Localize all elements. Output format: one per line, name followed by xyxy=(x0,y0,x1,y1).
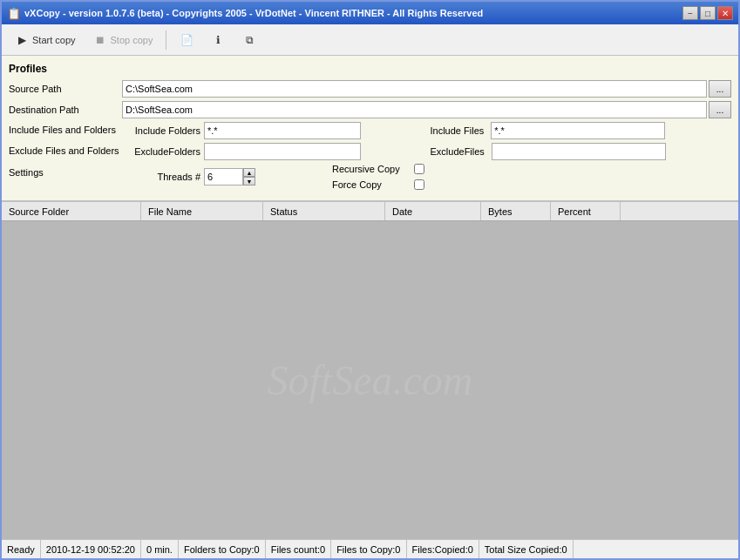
source-path-input[interactable] xyxy=(122,80,707,98)
force-copy-checkbox[interactable] xyxy=(414,179,424,190)
status-files-count: Files count:0 xyxy=(266,540,331,558)
title-bar-left: 📋 vXCopy - version 1.0.7.6 (beta) - Copy… xyxy=(7,7,483,20)
settings-row: Settings Threads # ▲ ▼ xyxy=(9,164,731,190)
force-copy-row: Force Copy xyxy=(332,179,424,190)
exclude-files-section: ExcludeFiles xyxy=(431,143,732,160)
checkboxes-group: Recursive Copy Force Copy xyxy=(332,164,424,190)
spin-arrows: ▲ ▼ xyxy=(243,168,255,186)
profiles-area: Profiles Source Path ... Destination Pat… xyxy=(2,56,738,202)
settings-label: Settings xyxy=(9,164,122,178)
threads-input[interactable] xyxy=(204,168,243,186)
table-area: Source Folder File Name Status Date Byte… xyxy=(2,202,738,539)
stop-copy-icon: ⏹ xyxy=(93,33,107,47)
col-status: Status xyxy=(263,202,385,220)
include-files-folders-label: Include Files and Folders xyxy=(9,122,122,135)
status-datetime: 2010-12-19 00:52:20 xyxy=(41,540,141,558)
status-ready: Ready xyxy=(2,540,41,558)
exclude-panel: ExcludeFolders ExcludeFiles xyxy=(122,143,731,160)
copy-button[interactable]: ⧉ xyxy=(234,30,264,51)
status-total-size: Total Size Copied:0 xyxy=(479,540,574,558)
col-source-folder: Source Folder xyxy=(2,202,141,220)
minimize-button[interactable]: − xyxy=(682,6,698,20)
title-bar-controls: − □ ✕ xyxy=(682,6,733,20)
col-percent: Percent xyxy=(551,202,621,220)
stop-copy-button[interactable]: ⏹ Stop copy xyxy=(85,30,161,51)
include-folders-section: Include Folders xyxy=(122,122,424,139)
spin-up[interactable]: ▲ xyxy=(243,168,255,177)
threads-section: Threads # ▲ ▼ xyxy=(122,164,255,190)
start-copy-label: Start copy xyxy=(32,35,76,45)
exclude-files-folders-label: Exclude Files and Folders xyxy=(9,143,122,156)
toolbar-separator-1 xyxy=(166,30,166,50)
include-top-row: Include Folders Include Files xyxy=(122,122,731,139)
include-files-section: Include Files xyxy=(431,122,732,139)
info-button[interactable]: ℹ xyxy=(203,30,233,51)
destination-browse-button[interactable]: ... xyxy=(709,101,731,118)
copy-icon: ⧉ xyxy=(242,33,256,47)
main-window: 📋 vXCopy - version 1.0.7.6 (beta) - Copy… xyxy=(0,0,740,560)
force-copy-label: Force Copy xyxy=(332,179,411,190)
include-panel: Include Folders Include Files xyxy=(122,122,731,139)
exclude-top-row: ExcludeFolders ExcludeFiles xyxy=(122,143,731,160)
threads-spinbox: ▲ ▼ xyxy=(204,168,255,186)
destination-path-label: Destination Path xyxy=(9,105,122,115)
info-icon: ℹ xyxy=(211,33,225,47)
status-files-copied: Files:Copied:0 xyxy=(407,540,479,558)
status-bar: Ready 2010-12-19 00:52:20 0 min. Folders… xyxy=(2,539,738,558)
status-min: 0 min. xyxy=(141,540,179,558)
watermark: SoftSea.com xyxy=(2,221,738,539)
app-icon: 📋 xyxy=(7,7,21,20)
exclude-files-label: ExcludeFiles xyxy=(431,146,485,157)
include-files-folders-row: Include Files and Folders Include Folder… xyxy=(9,122,731,139)
include-files-input[interactable] xyxy=(491,122,665,139)
include-folders-input[interactable] xyxy=(204,122,361,139)
exclude-folders-input[interactable] xyxy=(204,143,361,160)
profiles-title: Profiles xyxy=(9,63,731,75)
destination-path-row: Destination Path ... xyxy=(9,101,731,118)
spin-down[interactable]: ▼ xyxy=(243,177,255,186)
source-browse-button[interactable]: ... xyxy=(709,80,731,98)
include-files-label: Include Files xyxy=(431,125,485,136)
exclude-files-input[interactable] xyxy=(492,143,666,160)
page-icon: 📄 xyxy=(180,33,193,47)
col-date: Date xyxy=(385,202,481,220)
destination-path-input[interactable] xyxy=(122,101,707,118)
col-bytes: Bytes xyxy=(481,202,551,220)
toolbar: ▶ Start copy ⏹ Stop copy 📄 ℹ ⧉ xyxy=(2,24,738,56)
page-button[interactable]: 📄 xyxy=(172,30,201,51)
maximize-button[interactable]: □ xyxy=(700,6,716,20)
start-copy-icon: ▶ xyxy=(15,33,29,47)
exclude-files-folders-row: Exclude Files and Folders ExcludeFolders… xyxy=(9,143,731,160)
status-folders-to-copy: Folders to Copy:0 xyxy=(179,540,266,558)
stop-copy-label: Stop copy xyxy=(111,35,153,45)
settings-top-row: Threads # ▲ ▼ Recursive Co xyxy=(122,164,731,190)
close-button[interactable]: ✕ xyxy=(717,6,733,20)
start-copy-button[interactable]: ▶ Start copy xyxy=(7,30,84,51)
threads-label: Threads # xyxy=(122,172,200,182)
recursive-copy-label: Recursive Copy xyxy=(332,164,411,174)
window-title: vXCopy - version 1.0.7.6 (beta) - Copyri… xyxy=(24,8,483,18)
source-path-row: Source Path ... xyxy=(9,80,731,98)
exclude-folders-section: ExcludeFolders xyxy=(122,143,424,160)
settings-panel: Threads # ▲ ▼ Recursive Co xyxy=(122,164,731,190)
main-content: Profiles Source Path ... Destination Pat… xyxy=(2,56,738,558)
include-folders-label: Include Folders xyxy=(122,125,200,136)
source-path-label: Source Path xyxy=(9,84,122,94)
watermark-text: SoftSea.com xyxy=(268,356,473,404)
recursive-copy-checkbox[interactable] xyxy=(414,164,424,174)
table-header: Source Folder File Name Status Date Byte… xyxy=(2,202,738,221)
table-body: SoftSea.com xyxy=(2,221,738,539)
status-files-to-copy: Files to Copy:0 xyxy=(331,540,406,558)
recursive-copy-row: Recursive Copy xyxy=(332,164,424,174)
exclude-folders-label: ExcludeFolders xyxy=(122,146,200,157)
title-bar: 📋 vXCopy - version 1.0.7.6 (beta) - Copy… xyxy=(2,2,738,24)
col-file-name: File Name xyxy=(141,202,263,220)
